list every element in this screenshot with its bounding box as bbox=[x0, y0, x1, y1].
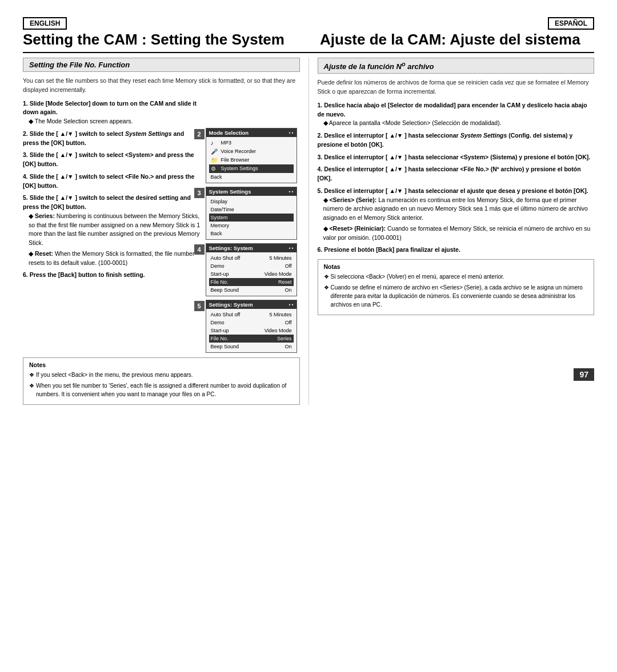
folder-icon: 📁 bbox=[211, 157, 219, 163]
settings-icon: ⚙ bbox=[211, 166, 219, 172]
intro-text-es: Puede definir los números de archivos de… bbox=[318, 78, 595, 96]
col-spanish: Ajuste de la función No archivo Puede de… bbox=[309, 58, 595, 405]
screen-5-row-demo: DemoOff bbox=[209, 319, 294, 327]
section-title-es: Ajuste de la función No archivo bbox=[318, 58, 595, 74]
battery-icon: ▪ bbox=[289, 130, 291, 135]
battery-icon-4: ▪ bbox=[289, 246, 291, 251]
intro-text-en: You can set the file numbers so that the… bbox=[23, 77, 300, 95]
screen-5-row-startup: Start-upVideo Mode bbox=[209, 327, 294, 335]
screen-3-body: Display Date/Time System Memory Back bbox=[206, 196, 297, 239]
two-col-layout: Setting the File No. Function You can se… bbox=[23, 58, 594, 405]
section-title-en: Setting the File No. Function bbox=[23, 58, 300, 72]
screen-2-row-system: ⚙ System Settings bbox=[209, 164, 294, 173]
screen-4-header: Settings: System ▪ ▪ bbox=[206, 244, 297, 252]
screen-2-row-browser: 📁 File Browser bbox=[209, 156, 294, 164]
es-step-3: 3. Deslice el interruptor [ ▲/▼ ] hasta … bbox=[318, 153, 595, 162]
screen-5-row-fileno: File No.Series bbox=[209, 335, 294, 343]
en-screens: 2 Mode Selection ▪ ▪ bbox=[206, 99, 300, 353]
screen-3-title: System Settings bbox=[209, 188, 251, 195]
notas-box-es: Notas Si selecciona <Back> (Volver) en e… bbox=[318, 259, 595, 315]
screen-5-num: 5 bbox=[194, 301, 205, 311]
es-note-2: Cuando se define el número de archivo en… bbox=[324, 283, 588, 309]
lang-badge-en: ENGLISH bbox=[23, 17, 67, 30]
screen-5-icons: ▪ ▪ bbox=[289, 302, 294, 307]
screen-3-header: System Settings ▪ ▪ bbox=[206, 187, 297, 196]
lang-badges-row: ENGLISH ESPAÑOL bbox=[23, 17, 594, 30]
col-english: Setting the File No. Function You can se… bbox=[23, 58, 309, 405]
screen-5-body: Auto Shut off5 Minutes DemoOff Start-upV… bbox=[206, 309, 297, 352]
screen-2-row-back: Back bbox=[209, 173, 294, 181]
voice-icon: 🎤 bbox=[211, 148, 219, 155]
en-step-5: 5. Slide the [ ▲/▼ ] switch to select th… bbox=[23, 194, 201, 267]
en-step-5-bullet1: Series: Numbering is continuous between … bbox=[29, 212, 201, 248]
en-step-4: 4. Slide the [ ▲/▼ ] switch to select <F… bbox=[23, 172, 201, 191]
main-title-row: Setting the CAM : Setting the System Aju… bbox=[23, 31, 594, 53]
screen-3-row-memory: Memory bbox=[209, 222, 294, 230]
en-note-1: If you select <Back> in the menu, the pr… bbox=[29, 371, 294, 379]
screen-4-row-fileno: File No.Reset bbox=[209, 278, 294, 286]
screen-4-title: Settings: System bbox=[209, 245, 253, 251]
notes-title-en: Notes bbox=[29, 361, 294, 368]
screen-3-row-back: Back bbox=[209, 230, 294, 238]
screen-4-row-demo: DemoOff bbox=[209, 262, 294, 270]
notes-box-en: Notes If you select <Back> in the menu, … bbox=[23, 357, 300, 405]
screen-2-row-voice: 🎤 Voice Recorder bbox=[209, 147, 294, 156]
notas-title-es: Notas bbox=[324, 263, 588, 270]
screen-5-wrapper: 5 Settings: System ▪ ▪ Auto Shut off5 Mi bbox=[206, 300, 300, 353]
music-icon: ♪ bbox=[211, 140, 219, 146]
screen-3-icons: ▪ ▪ bbox=[289, 189, 294, 194]
es-step-5: 5. Deslice el interruptor [ ▲/▼ ] hasta … bbox=[318, 187, 595, 243]
en-step-1-bullet: The Mode Selection screen appears. bbox=[29, 117, 201, 126]
screen-3-row-display: Display bbox=[209, 198, 294, 206]
es-step-5-bullet2: <Reset> (Reiniciar): Cuando se formatea … bbox=[323, 224, 595, 243]
es-step-1-bullet: Aparece la pantalla <Mode Selection> (Se… bbox=[323, 119, 595, 128]
screen-5-row-autoshut: Auto Shut off5 Minutes bbox=[209, 311, 294, 319]
screen-4-num: 4 bbox=[194, 244, 205, 255]
screen-3-row-datetime: Date/Time bbox=[209, 206, 294, 214]
es-step-1: 1. Deslice hacia abajo el [Selector de m… bbox=[318, 101, 595, 128]
screen-2-num: 2 bbox=[194, 129, 205, 139]
es-steps: 1. Deslice hacia abajo el [Selector de m… bbox=[318, 101, 595, 255]
screen-5: Settings: System ▪ ▪ Auto Shut off5 Minu… bbox=[206, 300, 297, 353]
es-step-6: 6. Presione el botón [Back] para finaliz… bbox=[318, 246, 595, 255]
screen-2-wrapper: 2 Mode Selection ▪ ▪ bbox=[206, 128, 300, 183]
screen-4: Settings: System ▪ ▪ Auto Shut off5 Minu… bbox=[206, 243, 297, 296]
screen-2-icons: ▪ ▪ bbox=[289, 130, 294, 135]
signal-icon-5: ▪ bbox=[292, 302, 294, 307]
lang-badge-es: ESPAÑOL bbox=[548, 17, 594, 30]
signal-icon-3: ▪ bbox=[292, 189, 294, 194]
screen-5-title: Settings: System bbox=[209, 301, 253, 308]
es-step-5-bullet1: <Series> (Serie): La numeración es conti… bbox=[323, 196, 595, 223]
screen-4-row-beep: Beep SoundOn bbox=[209, 286, 294, 294]
es-step-4: 4. Deslice el interruptor [ ▲/▼ ] hasta … bbox=[318, 165, 595, 183]
en-step-5-bullet2: Reset: When the Memory Stick is formatte… bbox=[29, 250, 201, 268]
screen-2-title: Mode Selection bbox=[209, 130, 249, 136]
en-step-1: 1. Slide [Mode Selector] down to turn on… bbox=[23, 99, 201, 126]
screen-4-row-startup: Start-upVideo Mode bbox=[209, 270, 294, 278]
es-note-1: Si selecciona <Back> (Volver) en el menú… bbox=[324, 272, 588, 281]
battery-icon-5: ▪ bbox=[289, 302, 291, 307]
page-number: 97 bbox=[574, 368, 594, 381]
signal-icon: ▪ bbox=[292, 130, 294, 135]
screen-3-wrapper: 3 System Settings ▪ ▪ Display bbox=[206, 187, 300, 240]
screen-4-body: Auto Shut off5 Minutes DemoOff Start-upV… bbox=[206, 252, 297, 296]
screen-4-row-autoshut: Auto Shut off5 Minutes bbox=[209, 254, 294, 262]
battery-icon-3: ▪ bbox=[289, 189, 291, 194]
bottom-area bbox=[23, 405, 594, 576]
en-content-area: 1. Slide [Mode Selector] down to turn on… bbox=[23, 99, 300, 353]
screen-2-body: ♪ MP3 🎤 Voice Recorder 📁 File Browser bbox=[206, 137, 297, 183]
signal-icon-4: ▪ bbox=[292, 246, 294, 251]
en-steps: 1. Slide [Mode Selector] down to turn on… bbox=[23, 99, 201, 353]
en-note-2: When you set file number to 'Series', ea… bbox=[29, 381, 294, 399]
screen-3: System Settings ▪ ▪ Display Date/Time Sy… bbox=[206, 187, 297, 240]
screen-5-row-beep: Beep SoundOn bbox=[209, 343, 294, 351]
screen-5-header: Settings: System ▪ ▪ bbox=[206, 300, 297, 309]
main-title-es: Ajuste de la CAM: Ajuste del sistema bbox=[308, 31, 594, 52]
screen-4-wrapper: 4 Settings: System ▪ ▪ Auto Shut off5 Mi bbox=[206, 243, 300, 296]
screen-4-icons: ▪ ▪ bbox=[289, 246, 294, 251]
screen-2-header: Mode Selection ▪ ▪ bbox=[206, 128, 297, 137]
es-step-2: 2. Deslice el interruptor [ ▲/▼ ] hasta … bbox=[318, 131, 595, 150]
main-title-en: Setting the CAM : Setting the System bbox=[23, 31, 308, 52]
en-step-6: 6. Press the [Back] button to finish set… bbox=[23, 271, 201, 280]
screen-2-row-mp3: ♪ MP3 bbox=[209, 139, 294, 147]
